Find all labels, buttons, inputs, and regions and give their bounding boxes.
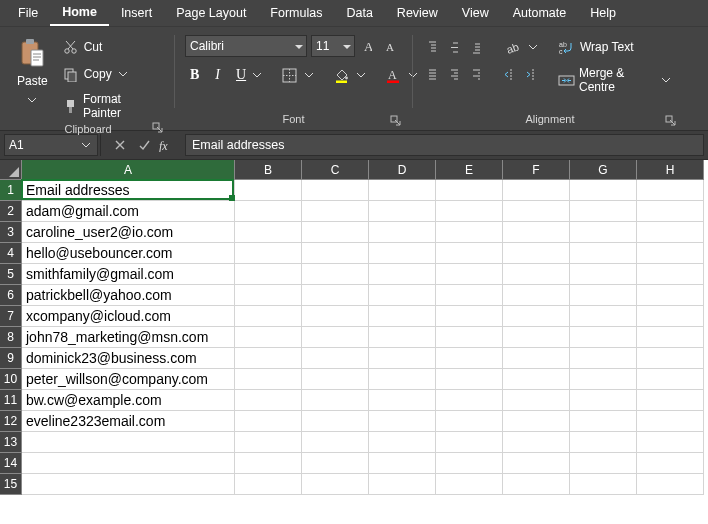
cell[interactable] — [302, 222, 369, 243]
row-header[interactable]: 3 — [0, 222, 22, 243]
cell[interactable] — [235, 243, 302, 264]
orientation-button[interactable]: ab — [499, 35, 545, 59]
cell[interactable] — [436, 369, 503, 390]
cell[interactable] — [503, 411, 570, 432]
enter-icon[interactable] — [135, 136, 153, 154]
cell[interactable] — [302, 348, 369, 369]
increase-indent-icon[interactable] — [521, 65, 539, 83]
align-right-icon[interactable] — [467, 65, 485, 83]
merge-center-button[interactable]: Merge & Centre — [553, 63, 677, 97]
column-header[interactable]: F — [503, 160, 570, 180]
cell[interactable] — [235, 285, 302, 306]
cell[interactable] — [235, 432, 302, 453]
menu-tab-formulas[interactable]: Formulas — [258, 1, 334, 25]
cell[interactable] — [302, 264, 369, 285]
cell[interactable] — [436, 306, 503, 327]
align-top-icon[interactable] — [423, 38, 441, 56]
cell[interactable]: patrickbell@yahoo.com — [22, 285, 235, 306]
cell[interactable] — [235, 180, 302, 201]
menu-tab-file[interactable]: File — [6, 1, 50, 25]
row-header[interactable]: 11 — [0, 390, 22, 411]
cell[interactable] — [235, 264, 302, 285]
bold-button[interactable]: B — [185, 64, 204, 86]
cell[interactable] — [369, 306, 436, 327]
menu-tab-page-layout[interactable]: Page Layout — [164, 1, 258, 25]
cell[interactable] — [503, 474, 570, 495]
cell[interactable] — [503, 243, 570, 264]
font-size-select[interactable]: 11 — [311, 35, 355, 57]
cell[interactable] — [302, 327, 369, 348]
cell[interactable] — [302, 285, 369, 306]
cell[interactable] — [503, 348, 570, 369]
cell[interactable] — [369, 369, 436, 390]
menu-tab-view[interactable]: View — [450, 1, 501, 25]
column-header[interactable]: A — [22, 160, 235, 180]
cell[interactable] — [436, 180, 503, 201]
paste-button[interactable]: Paste — [12, 71, 53, 91]
cell[interactable] — [637, 201, 704, 222]
cell[interactable] — [436, 222, 503, 243]
cell[interactable] — [570, 327, 637, 348]
cell[interactable]: bw.cw@example.com — [22, 390, 235, 411]
increase-font-icon[interactable]: A — [359, 37, 377, 55]
cell[interactable] — [235, 453, 302, 474]
row-header[interactable]: 13 — [0, 432, 22, 453]
cell[interactable] — [570, 306, 637, 327]
cell[interactable] — [570, 264, 637, 285]
row-header[interactable]: 10 — [0, 369, 22, 390]
cell[interactable] — [637, 348, 704, 369]
copy-button[interactable]: Copy — [57, 62, 164, 86]
cell[interactable] — [637, 327, 704, 348]
cell[interactable] — [235, 474, 302, 495]
cell[interactable] — [369, 390, 436, 411]
align-left-icon[interactable] — [423, 65, 441, 83]
column-header[interactable]: D — [369, 160, 436, 180]
cell[interactable] — [637, 222, 704, 243]
cell[interactable] — [302, 243, 369, 264]
cell[interactable] — [235, 369, 302, 390]
cell[interactable]: Email addresses — [22, 180, 235, 201]
cell[interactable] — [570, 453, 637, 474]
cell[interactable] — [235, 306, 302, 327]
cell[interactable] — [369, 243, 436, 264]
cell[interactable] — [235, 222, 302, 243]
italic-button[interactable]: I — [210, 64, 225, 86]
cell[interactable]: eveline2323email.com — [22, 411, 235, 432]
wrap-text-button[interactable]: abc Wrap Text — [553, 35, 677, 59]
select-all-corner[interactable] — [0, 160, 22, 180]
cells-area[interactable]: Email addressesadam@gmail.comcaroline_us… — [22, 180, 704, 495]
menu-tab-data[interactable]: Data — [334, 1, 384, 25]
cell[interactable] — [637, 474, 704, 495]
cell[interactable] — [637, 453, 704, 474]
formula-input[interactable] — [185, 134, 704, 156]
cell[interactable] — [503, 222, 570, 243]
font-name-select[interactable]: Calibri — [185, 35, 307, 57]
cell[interactable] — [436, 474, 503, 495]
cell[interactable] — [302, 411, 369, 432]
cell[interactable] — [436, 390, 503, 411]
cell[interactable] — [637, 306, 704, 327]
borders-button[interactable] — [275, 63, 321, 87]
cell[interactable] — [369, 327, 436, 348]
fill-color-button[interactable] — [327, 63, 373, 87]
cell[interactable]: caroline_user2@io.com — [22, 222, 235, 243]
cell[interactable]: john78_marketing@msn.com — [22, 327, 235, 348]
dialog-launcher-icon[interactable] — [152, 122, 164, 134]
align-middle-icon[interactable] — [445, 38, 463, 56]
cell[interactable] — [436, 264, 503, 285]
cell[interactable]: xcompany@icloud.com — [22, 306, 235, 327]
cell[interactable] — [503, 327, 570, 348]
cell[interactable]: peter_willson@company.com — [22, 369, 235, 390]
chevron-down-icon[interactable] — [25, 93, 39, 107]
cell[interactable]: adam@gmail.com — [22, 201, 235, 222]
row-header[interactable]: 12 — [0, 411, 22, 432]
cell[interactable] — [436, 348, 503, 369]
cell[interactable] — [436, 243, 503, 264]
cell[interactable] — [570, 222, 637, 243]
cell[interactable] — [503, 390, 570, 411]
cell[interactable] — [570, 369, 637, 390]
cell[interactable] — [436, 285, 503, 306]
cell[interactable] — [302, 390, 369, 411]
cell[interactable] — [436, 201, 503, 222]
cell[interactable]: dominick23@business.com — [22, 348, 235, 369]
